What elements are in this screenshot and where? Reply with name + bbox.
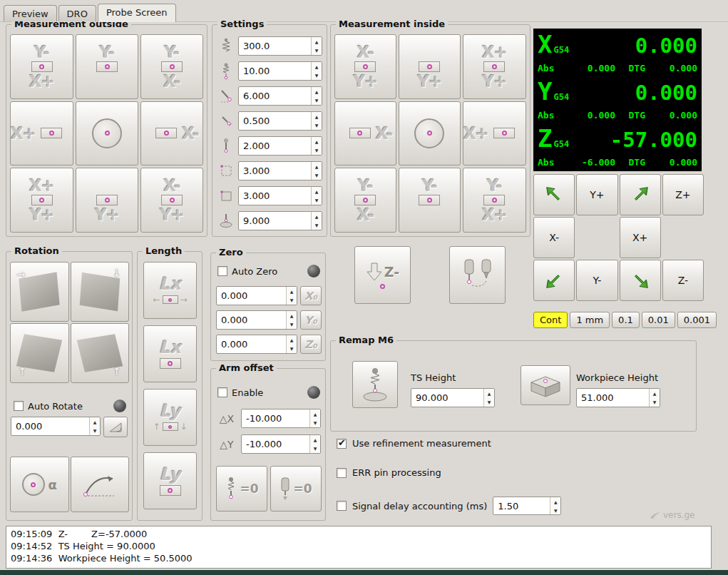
spinner-buttons[interactable] [286,287,297,305]
probe-inside-corner-bottom-right-button[interactable]: Y- X+ [463,168,526,233]
jog-down-left-button[interactable] [533,260,575,301]
spinner-buttons[interactable] [483,389,494,407]
workpiece-height-spinbox[interactable]: 51.000 [576,388,660,407]
spinner-buttons[interactable] [311,87,322,105]
arm-offset-enable-checkbox[interactable] [217,387,227,397]
increment-0-001-button[interactable]: 0.001 [677,312,717,328]
ts-height-probe-button[interactable] [352,361,398,408]
rotate-by-hole-alpha-button[interactable]: α [10,457,69,512]
probe-inside-edge-left-button[interactable]: X- [334,101,396,166]
probe-inside-edge-right-button[interactable]: X+ [463,101,526,166]
xy-clearance-spinbox[interactable]: 3.000 [238,161,322,180]
spinner-buttons[interactable] [311,162,322,180]
ts-height-spinbox[interactable]: 90.000 [411,388,495,407]
apply-rotation-button[interactable] [103,417,128,437]
spinner-buttons[interactable] [311,62,322,80]
spinner-buttons[interactable] [89,417,100,435]
rotate-top-right-button[interactable]: ↓ [71,262,130,322]
increment-1mm-button[interactable]: 1 mm [570,312,610,328]
rotation-angle-spinbox[interactable]: 0.000 [11,417,101,436]
zero-x-spinbox[interactable]: 0.000 [216,286,297,305]
tab-dro[interactable]: DRO [58,5,96,21]
probe-inside-corner-top-left-button[interactable]: X- Y+ [334,34,396,99]
probe-outside-corner-top-left-button[interactable]: Y- X+ [10,34,73,99]
probe-outside-corner-top-right-button[interactable]: Y- X- [140,34,203,99]
rotate-bottom-right-button[interactable]: ↑ [71,323,130,383]
jog-y-minus-button[interactable]: Y- [576,260,617,301]
arm-offset-x-spinbox[interactable]: -10.000 [241,409,321,428]
zero-y-spinbox[interactable]: 0.000 [216,310,297,330]
spinner-buttons[interactable] [311,187,322,205]
abs-value: 0.000 [563,110,615,121]
zero-z-spinbox[interactable]: 0.000 [216,335,297,354]
auto-rotate-checkbox[interactable] [14,401,24,411]
spinner-buttons[interactable] [649,389,660,407]
spinner-buttons[interactable] [309,435,320,453]
tab-preview[interactable]: Preview [4,5,57,21]
spinner-buttons[interactable] [286,335,297,353]
probe-inside-corner-top-right-button[interactable]: X+ Y+ [463,34,526,99]
spinner-buttons[interactable] [286,311,297,329]
tab-probe-screen[interactable]: Probe Screen [98,4,176,22]
spinner-buttons[interactable] [311,212,322,230]
increment-0-01-button[interactable]: 0.01 [642,312,675,328]
probe-set-zero-button[interactable]: =0 [216,466,267,512]
rotate-bottom-left-button[interactable]: ↑ [10,323,69,383]
latch-distance-spinbox[interactable]: 0.500 [238,111,322,131]
probe-outside-edge-right-button[interactable]: X- [140,101,203,166]
rotate-top-left-button[interactable]: → [10,262,69,322]
dro-display: X G54 0.000 Abs 0.000 DTG 0.000 Y G54 0.… [533,29,702,171]
fast-speed-spinbox[interactable]: 300.0 [238,36,322,56]
refinement-checkbox[interactable] [337,439,347,449]
probe-outside-edge-top-button[interactable]: Y- [76,34,138,99]
length-y-center-button[interactable]: Ly [143,452,197,509]
probe-outside-center-boss-button[interactable] [76,101,138,166]
spinner-buttons[interactable] [311,137,322,155]
arm-offset-y-spinbox[interactable]: -10.000 [241,434,321,454]
probe-inside-edge-bottom-button[interactable]: Y- [399,168,461,233]
zero-z-button[interactable]: Z₀ [300,335,322,354]
probe-outside-corner-bottom-right-button[interactable]: X- Y+ [140,168,203,233]
probe-height-spinbox[interactable]: 9.000 [238,211,322,230]
spinner-buttons[interactable] [309,409,320,427]
tool-set-zero-button[interactable]: =0 [270,466,322,512]
probe-outside-edge-left-button[interactable]: X+ [10,101,73,166]
probe-inside-center-hole-button[interactable] [399,101,461,166]
jog-y-plus-button[interactable]: Y+ [576,174,617,215]
max-travel-spinbox[interactable]: 6.000 [238,86,322,106]
jog-up-right-button[interactable] [620,174,661,215]
jog-x-plus-button[interactable]: X+ [620,217,661,258]
dtg-label: DTG [615,157,645,168]
probe-inside-edge-top-button[interactable]: Y+ [399,34,461,99]
zero-y-button[interactable]: Y₀ [300,310,322,330]
auto-zero-checkbox[interactable] [217,266,227,276]
spinner-buttons[interactable] [311,37,322,55]
probe-outside-corner-bottom-left-button[interactable]: X+ Y+ [10,168,73,233]
rotate-by-edge-button[interactable] [71,457,130,512]
increment-cont-button[interactable]: Cont [533,312,568,328]
probe-diameter-spinbox[interactable]: 2.000 [238,136,322,156]
log-view[interactable]: 09:15:09 Z- Z=-57.0000 09:14:52 TS Heigh… [6,526,712,569]
zero-x-button[interactable]: X₀ [300,286,322,305]
workpiece-height-button[interactable] [521,365,570,405]
z-clearance-spinbox[interactable]: 3.000 [238,186,322,205]
length-y-edge-button[interactable]: Ly [143,389,197,446]
jog-up-left-button[interactable] [533,174,575,215]
err-pin-checkbox[interactable] [337,468,347,478]
probe-inside-corner-bottom-left-button[interactable]: Y- X- [334,168,396,233]
jog-down-right-button[interactable] [620,260,661,301]
spinner-buttons[interactable] [311,112,322,130]
probe-z-down-button[interactable]: Z- [354,246,411,304]
increment-0-1-button[interactable]: 0.1 [612,312,640,328]
jog-z-minus-button[interactable]: Z- [662,260,704,301]
length-x-center-button[interactable]: Lx [143,325,197,382]
probe-outside-edge-bottom-button[interactable]: Y+ [76,168,138,233]
spinner-buttons[interactable] [550,497,560,514]
tool-measurement-button[interactable] [449,246,506,304]
signal-delay-spinbox[interactable]: 1.50 [493,497,561,515]
probe-speed-spinbox[interactable]: 10.00 [238,61,322,81]
length-x-edge-button[interactable]: Lx [143,262,197,319]
signal-delay-checkbox[interactable] [337,501,347,511]
jog-x-minus-button[interactable]: X- [533,217,575,258]
jog-z-plus-button[interactable]: Z+ [662,174,704,215]
